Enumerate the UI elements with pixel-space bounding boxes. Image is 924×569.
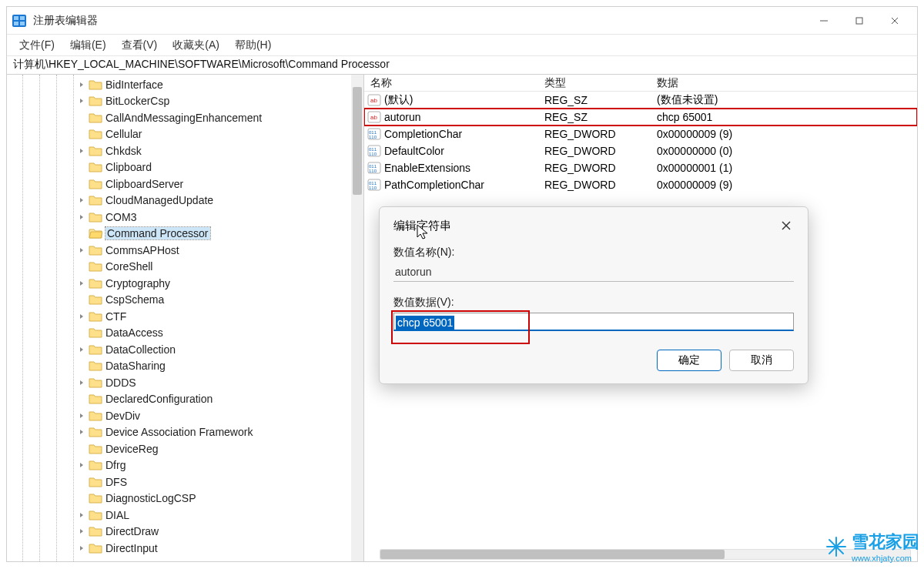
close-button[interactable] xyxy=(877,7,912,35)
tree-node[interactable]: Command Processor xyxy=(10,226,363,243)
tree-node[interactable]: DataSharing xyxy=(10,358,363,375)
value-type-icon: 011110 xyxy=(367,144,381,158)
tree-node[interactable]: COM3 xyxy=(10,209,363,226)
chevron-right-icon[interactable] xyxy=(76,429,87,435)
menu-item-1[interactable]: 编辑(E) xyxy=(62,35,114,55)
maximize-button[interactable] xyxy=(842,7,877,35)
value-row[interactable]: abautorunREG_SZchcp 65001 xyxy=(364,109,917,126)
tree-node-label: DDDS xyxy=(105,377,136,389)
tree-node[interactable]: Dfrg xyxy=(10,457,363,474)
chevron-right-icon[interactable] xyxy=(76,214,87,220)
chevron-right-icon[interactable] xyxy=(76,197,87,203)
address-bar[interactable]: 计算机\HKEY_LOCAL_MACHINE\SOFTWARE\Microsof… xyxy=(7,56,917,75)
folder-icon xyxy=(89,78,102,92)
folder-icon xyxy=(89,276,102,290)
tree-node-label: DFS xyxy=(105,476,127,488)
tree-node[interactable]: DirectInput xyxy=(10,540,363,557)
menu-item-3[interactable]: 收藏夹(A) xyxy=(165,35,227,55)
chevron-right-icon[interactable] xyxy=(76,313,87,320)
col-type[interactable]: 类型 xyxy=(538,76,651,90)
chevron-right-icon[interactable] xyxy=(76,98,87,104)
col-data[interactable]: 数据 xyxy=(651,76,917,90)
tree-node[interactable]: BitLockerCsp xyxy=(10,93,363,110)
tree-node[interactable]: Cryptography xyxy=(10,275,363,292)
value-type-icon: 011110 xyxy=(367,127,381,141)
folder-icon xyxy=(89,442,102,456)
svg-rect-1 xyxy=(14,16,18,20)
value-name-label: 数值名称(N): xyxy=(393,246,794,259)
chevron-right-icon[interactable] xyxy=(76,82,87,88)
tree-node-label: Cryptography xyxy=(105,277,170,290)
menu-item-2[interactable]: 查看(V) xyxy=(114,35,166,55)
tree-node[interactable]: DeviceReg xyxy=(10,440,363,457)
value-row[interactable]: 011110CompletionCharREG_DWORD0x00000009 … xyxy=(364,126,917,142)
col-name[interactable]: 名称 xyxy=(364,76,538,90)
tree-node[interactable]: BidInterface xyxy=(10,76,363,93)
chevron-right-icon[interactable] xyxy=(76,247,87,253)
chevron-right-icon[interactable] xyxy=(76,413,87,419)
watermark-name: 雪花家园 xyxy=(852,532,919,551)
chevron-right-icon[interactable] xyxy=(76,545,87,551)
minimize-button[interactable] xyxy=(806,7,842,35)
menu-item-0[interactable]: 文件(F) xyxy=(12,35,62,55)
tree-node[interactable]: Chkdsk xyxy=(10,142,363,159)
list-header[interactable]: 名称 类型 数据 xyxy=(364,75,917,92)
folder-icon xyxy=(89,458,102,472)
tree-node[interactable]: DataAccess xyxy=(10,325,363,342)
tree-panel[interactable]: BidInterfaceBitLockerCspCallAndMessaging… xyxy=(7,75,364,561)
tree-node[interactable]: DiagnosticLogCSP xyxy=(10,490,363,507)
tree-node-label: CoreShell xyxy=(105,260,152,273)
value-name: DefaultColor xyxy=(384,145,444,157)
folder-icon xyxy=(89,243,102,257)
tree-scrollbar[interactable] xyxy=(351,75,363,561)
chevron-right-icon[interactable] xyxy=(76,380,87,386)
tree-node[interactable]: Clipboard xyxy=(10,159,363,176)
value-name: CompletionChar xyxy=(384,128,462,140)
tree-node[interactable]: CspSchema xyxy=(10,292,363,309)
dialog-close-button[interactable] xyxy=(778,218,794,233)
chevron-right-icon[interactable] xyxy=(76,462,87,468)
folder-icon xyxy=(89,226,102,240)
tree-node[interactable]: DFS xyxy=(10,474,363,490)
titlebar[interactable]: 注册表编辑器 xyxy=(7,7,917,35)
tree-node[interactable]: CoreShell xyxy=(10,259,363,276)
chevron-right-icon[interactable] xyxy=(76,280,87,286)
value-row[interactable]: 011110DefaultColorREG_DWORD0x00000000 (0… xyxy=(364,142,917,159)
ok-button[interactable]: 确定 xyxy=(657,350,721,371)
value-type-icon: ab xyxy=(367,110,381,124)
value-row[interactable]: 011110EnableExtensionsREG_DWORD0x0000000… xyxy=(364,159,917,176)
tree-node[interactable]: DIAL xyxy=(10,507,363,524)
svg-rect-4 xyxy=(20,22,25,25)
value-row[interactable]: 011110PathCompletionCharREG_DWORD0x00000… xyxy=(364,176,917,193)
value-row[interactable]: ab(默认)REG_SZ(数值未设置) xyxy=(364,92,917,109)
tree-node[interactable]: CommsAPHost xyxy=(10,242,363,259)
folder-icon xyxy=(89,94,102,108)
tree-node[interactable]: DDDS xyxy=(10,374,363,391)
watermark-url: www.xhjaty.com xyxy=(852,554,919,563)
chevron-right-icon[interactable] xyxy=(76,528,87,534)
tree-node[interactable]: DevDiv xyxy=(10,407,363,424)
tree-node-label: Clipboard xyxy=(105,161,152,173)
menubar: 文件(F)编辑(E)查看(V)收藏夹(A)帮助(H) xyxy=(7,35,917,56)
tree-node[interactable]: Device Association Framework xyxy=(10,424,363,441)
tree-node-label: Device Association Framework xyxy=(105,426,253,438)
tree-node-label: Command Processor xyxy=(105,227,210,239)
tree-node[interactable]: DataCollection xyxy=(10,341,363,358)
chevron-right-icon[interactable] xyxy=(76,148,87,154)
tree-node[interactable]: CloudManagedUpdate xyxy=(10,192,363,209)
tree-node-label: CallAndMessagingEnhancement xyxy=(105,112,262,124)
tree-node[interactable]: DeclaredConfiguration xyxy=(10,391,363,408)
folder-icon xyxy=(89,193,102,207)
tree-node[interactable]: CTF xyxy=(10,308,363,325)
cancel-button[interactable]: 取消 xyxy=(729,350,794,371)
svg-rect-6 xyxy=(856,18,862,24)
value-data-field[interactable]: chcp 65001 xyxy=(393,313,794,331)
menu-item-4[interactable]: 帮助(H) xyxy=(227,35,279,55)
tree-node[interactable]: Cellular xyxy=(10,126,363,143)
value-type: REG_SZ xyxy=(538,94,651,106)
chevron-right-icon[interactable] xyxy=(76,512,87,518)
chevron-right-icon[interactable] xyxy=(76,346,87,353)
tree-node[interactable]: ClipboardServer xyxy=(10,176,363,192)
tree-node[interactable]: DirectDraw xyxy=(10,524,363,541)
tree-node[interactable]: CallAndMessagingEnhancement xyxy=(10,109,363,126)
